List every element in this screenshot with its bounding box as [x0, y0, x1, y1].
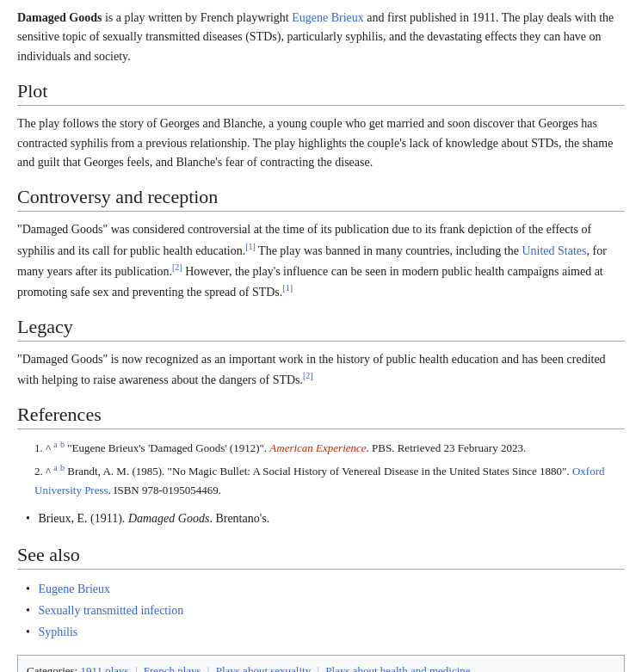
cat-sep-2: |: [205, 664, 213, 672]
bullet-ref-text1: Brieux, E. (1911).: [38, 512, 127, 525]
intro-text1: is a play written by French playwright: [102, 11, 292, 24]
ref-sup-2a[interactable]: [2]: [172, 262, 182, 272]
ref2-sup-a[interactable]: a: [53, 463, 57, 472]
categories-label: Categories:: [27, 664, 77, 672]
ref2-num: 2.: [34, 465, 46, 478]
categories-bar: Categories: 1911 plays | French plays | …: [17, 655, 625, 672]
eugene-brieux-link[interactable]: Eugene Brieux: [38, 583, 110, 595]
references-list: 1. ^ a b "Eugene Brieux's 'Damaged Goods…: [17, 438, 625, 499]
bullet-ref-1: Brieux, E. (1911). Damaged Goods. Brenta…: [26, 508, 625, 529]
ref1-caret: ^: [46, 442, 53, 455]
controversy-content: "Damaged Goods" was considered controver…: [17, 220, 625, 302]
ref-sup-1b[interactable]: [1]: [282, 283, 293, 293]
reference-item-2: 2. ^ a b Brandt, A. M. (1985). "No Magic…: [34, 461, 625, 499]
references-heading: References: [17, 404, 625, 429]
ref2-caret: ^: [46, 465, 53, 478]
united-states-link[interactable]: United States: [522, 244, 586, 256]
cat-sep-3: |: [314, 664, 322, 672]
ref1-sup-b[interactable]: b: [60, 440, 65, 449]
cat-plays-health[interactable]: Plays about health and medicine: [325, 664, 470, 672]
intro-bold: Damaged Goods: [17, 11, 102, 24]
ref2-text: Brandt, A. M. (1985). "No Magic Bullet: …: [67, 465, 572, 478]
plot-content: The play follows the story of Georges an…: [17, 114, 625, 172]
ref1-text2: . PBS. Retrieved 23 February 2023.: [367, 442, 527, 455]
see-also-item-1: Eugene Brieux: [26, 578, 625, 600]
intro-text2: and first published in: [364, 11, 472, 24]
intro-year: 1911: [472, 11, 495, 24]
controversy-heading: Controversy and reception: [17, 186, 625, 212]
bullet-ref-italic: Damaged Goods: [128, 512, 210, 525]
intro-paragraph: Damaged Goods is a play written by Frenc…: [17, 9, 625, 66]
see-also-item-3: Syphilis: [26, 621, 625, 643]
ref1-text1: "Eugene Brieux's 'Damaged Goods' (1912)"…: [67, 442, 269, 455]
american-experience-link[interactable]: American Experience: [269, 442, 366, 455]
ref2-sup-b[interactable]: b: [60, 463, 65, 472]
ref-sup-2b[interactable]: [2]: [303, 371, 313, 380]
legacy-content: "Damaged Goods" is now recognized as an …: [17, 350, 625, 390]
plot-heading: Plot: [17, 80, 625, 106]
see-also-list: Eugene Brieux Sexually transmitted infec…: [17, 578, 625, 644]
cat-1911-plays[interactable]: 1911 plays: [80, 664, 128, 672]
ref1-sup-a[interactable]: a: [53, 440, 57, 449]
see-also-item-2: Sexually transmitted infection: [26, 600, 625, 621]
syphilis-link[interactable]: Syphilis: [38, 626, 77, 638]
bullet-ref-text2: . Brentano's.: [209, 512, 269, 525]
legacy-heading: Legacy: [17, 316, 625, 342]
cat-sep-1: |: [133, 664, 140, 672]
cat-plays-sexuality[interactable]: Plays about sexuality: [216, 664, 312, 672]
sti-link[interactable]: Sexually transmitted infection: [38, 604, 183, 617]
ref2-isbn: . ISBN 978-0195054469.: [108, 484, 221, 496]
ref1-num: 1.: [34, 442, 46, 455]
see-also-heading: See also: [17, 544, 625, 570]
reference-item-1: 1. ^ a b "Eugene Brieux's 'Damaged Goods…: [34, 438, 625, 458]
cat-french-plays[interactable]: French plays: [144, 664, 201, 672]
ref-sup-1a[interactable]: [1]: [245, 242, 256, 251]
brieux-link[interactable]: Eugene Brieux: [292, 11, 364, 24]
bullet-references-list: Brieux, E. (1911). Damaged Goods. Brenta…: [17, 508, 625, 529]
